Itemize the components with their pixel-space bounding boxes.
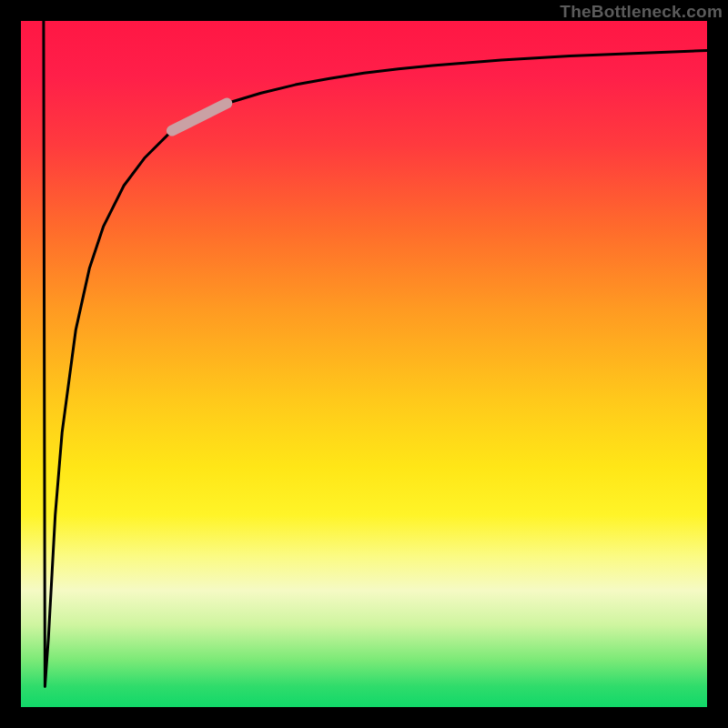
attribution-text: TheBottleneck.com xyxy=(560,2,723,22)
chart-container: TheBottleneck.com xyxy=(0,0,728,728)
plot-area xyxy=(21,21,707,707)
gradient-background xyxy=(21,21,707,707)
